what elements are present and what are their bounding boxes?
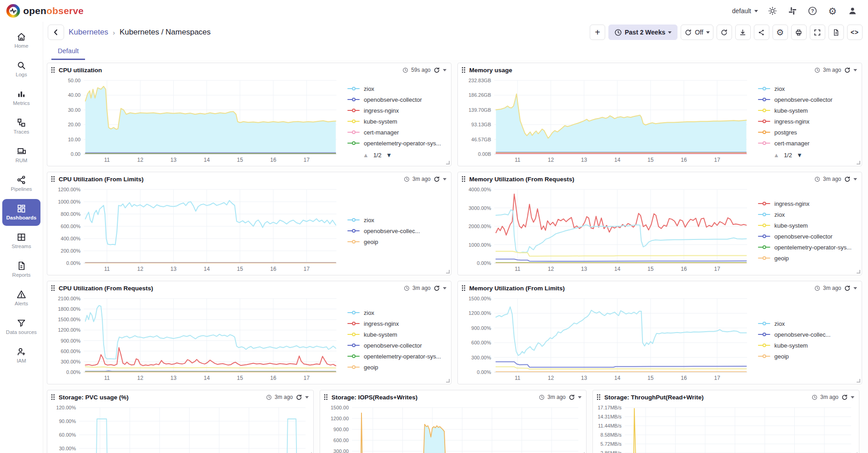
sidebar-item-pipelines[interactable]: Pipelines bbox=[0, 169, 43, 198]
back-button[interactable] bbox=[48, 25, 64, 40]
panel-resize-handle[interactable] bbox=[857, 270, 860, 274]
sidebar-item-metrics[interactable]: Metrics bbox=[0, 84, 43, 112]
org-selector[interactable]: default bbox=[732, 7, 758, 15]
help-icon[interactable]: ? bbox=[807, 5, 818, 16]
drag-handle-icon[interactable] bbox=[51, 176, 55, 182]
legend-item[interactable]: kube-system bbox=[758, 342, 857, 349]
settings-icon[interactable]: ⚙ bbox=[827, 5, 838, 16]
sidebar-item-alerts[interactable]: Alerts bbox=[0, 284, 43, 313]
slack-icon[interactable] bbox=[787, 5, 798, 16]
panel-refresh-icon[interactable] bbox=[433, 67, 440, 74]
print-button[interactable] bbox=[791, 25, 807, 40]
chart-canvas[interactable]: 4000.00%3000.00%2000.00%1000.00%0.00%111… bbox=[460, 186, 751, 273]
legend-item[interactable]: ziox bbox=[758, 211, 857, 218]
legend-item[interactable]: kube-system bbox=[347, 118, 447, 125]
sidebar-item-iam[interactable]: IAM bbox=[0, 341, 43, 370]
drag-handle-icon[interactable] bbox=[324, 394, 328, 400]
panel-resize-handle[interactable] bbox=[857, 161, 860, 164]
json-view-button[interactable] bbox=[828, 25, 844, 40]
panel-menu-caret[interactable] bbox=[853, 69, 857, 71]
panel-refresh-icon[interactable] bbox=[296, 394, 302, 401]
legend-item[interactable]: ziox bbox=[347, 217, 447, 224]
legend-item[interactable]: kube-system bbox=[347, 331, 447, 338]
drag-handle-icon[interactable] bbox=[462, 176, 466, 182]
legend-item[interactable]: openobserve-collector bbox=[758, 233, 857, 240]
legend-item[interactable]: ziox bbox=[347, 309, 447, 316]
panel-refresh-icon[interactable] bbox=[844, 176, 851, 183]
account-icon[interactable] bbox=[847, 5, 858, 16]
chart-canvas[interactable]: 232.83GB186.26GB139.70GB93.13GB46.57GB0.… bbox=[460, 77, 751, 164]
sidebar-item-reports[interactable]: Reports bbox=[0, 255, 43, 284]
chart-canvas[interactable]: 1200.00%1000.00%800.00%600.00%400.00%200… bbox=[49, 186, 340, 273]
legend-item[interactable]: openobserve-collector bbox=[758, 96, 857, 103]
legend-item[interactable]: opentelemetry-operator-sys... bbox=[758, 244, 857, 251]
legend-item[interactable]: openobserve-collec... bbox=[758, 331, 857, 338]
refresh-button[interactable] bbox=[717, 25, 732, 40]
drag-handle-icon[interactable] bbox=[51, 285, 55, 291]
legend-page-up[interactable]: ▲ bbox=[363, 152, 369, 159]
legend-item[interactable]: cert-manager bbox=[347, 129, 447, 136]
legend-item[interactable]: opentelemetry-operator-sys... bbox=[347, 140, 447, 147]
legend-item[interactable]: geoip bbox=[347, 364, 447, 371]
chart-canvas[interactable]: 50.0040.0030.0020.0010.000.0011121314151… bbox=[49, 77, 340, 164]
chart-canvas[interactable]: 1500.001200.00900.00600.00300.000.001112… bbox=[322, 404, 582, 453]
legend-item[interactable]: kube-system bbox=[758, 107, 857, 114]
legend-item[interactable]: ingress-nginx bbox=[758, 118, 857, 125]
legend-item[interactable]: openobserve-collector bbox=[347, 96, 447, 103]
panel-refresh-icon[interactable] bbox=[844, 285, 851, 292]
drag-handle-icon[interactable] bbox=[51, 394, 55, 400]
sidebar-item-home[interactable]: Home bbox=[0, 26, 43, 55]
legend-item[interactable]: geoip bbox=[758, 255, 857, 262]
legend-item[interactable]: ingress-nginx bbox=[347, 107, 447, 114]
legend-item[interactable]: ziox bbox=[758, 320, 857, 327]
drag-handle-icon[interactable] bbox=[51, 67, 55, 73]
panel-refresh-icon[interactable] bbox=[841, 394, 848, 401]
panel-menu-caret[interactable] bbox=[443, 287, 447, 289]
legend-page-down[interactable]: ▼ bbox=[797, 152, 803, 159]
legend-item[interactable]: ziox bbox=[347, 85, 447, 92]
chart-canvas[interactable]: 2100.00%1800.00%1500.00%1200.00%900.00%6… bbox=[49, 295, 340, 382]
breadcrumb-parent-link[interactable]: Kubernetes bbox=[69, 28, 108, 37]
panel-menu-caret[interactable] bbox=[853, 178, 857, 180]
legend-item[interactable]: postgres bbox=[758, 129, 857, 136]
sidebar-item-streams[interactable]: Streams bbox=[0, 227, 43, 255]
auto-refresh-button[interactable]: Off bbox=[681, 25, 713, 40]
panel-menu-caret[interactable] bbox=[578, 396, 582, 398]
legend-item[interactable]: ingress-nginx bbox=[758, 200, 857, 207]
legend-page-down[interactable]: ▼ bbox=[386, 152, 392, 159]
tab-default[interactable]: Default bbox=[51, 47, 85, 60]
legend-item[interactable]: kube-system bbox=[758, 222, 857, 229]
panel-resize-handle[interactable] bbox=[446, 161, 450, 164]
panel-refresh-icon[interactable] bbox=[433, 176, 440, 183]
sidebar-item-data-sources[interactable]: Data sources bbox=[0, 313, 43, 341]
panel-menu-caret[interactable] bbox=[443, 178, 447, 180]
panel-menu-caret[interactable] bbox=[305, 396, 309, 398]
legend-item[interactable]: openobserve-collec... bbox=[347, 228, 447, 234]
panel-refresh-icon[interactable] bbox=[568, 394, 575, 401]
panel-resize-handle[interactable] bbox=[446, 270, 450, 274]
fullscreen-button[interactable] bbox=[810, 25, 825, 40]
export-button[interactable] bbox=[735, 25, 751, 40]
legend-page-up[interactable]: ▲ bbox=[773, 152, 779, 159]
chart-canvas[interactable]: 120.00%90.00%60.00%30.00%0.00%1112131415… bbox=[49, 404, 309, 453]
share-button[interactable] bbox=[754, 25, 769, 40]
sidebar-item-rum[interactable]: RUM bbox=[0, 141, 43, 169]
legend-item[interactable]: opentelemetry-operator-sys... bbox=[347, 353, 447, 360]
panel-refresh-icon[interactable] bbox=[844, 67, 851, 74]
chart-canvas[interactable]: 17.17MB/s14.31MB/s11.44MB/s8.58MB/s5.72M… bbox=[595, 404, 855, 453]
time-range-button[interactable]: Past 2 Weeks bbox=[608, 25, 677, 40]
legend-item[interactable]: ziox bbox=[758, 85, 857, 92]
legend-item[interactable]: ingress-nginx bbox=[347, 320, 447, 327]
panel-resize-handle[interactable] bbox=[857, 379, 860, 383]
dashboard-settings-button[interactable]: ⚙ bbox=[773, 25, 788, 40]
panel-menu-caret[interactable] bbox=[851, 396, 854, 398]
panel-menu-caret[interactable] bbox=[443, 69, 447, 71]
legend-item[interactable]: geoip bbox=[347, 239, 447, 245]
panel-refresh-icon[interactable] bbox=[433, 285, 440, 292]
sidebar-item-logs[interactable]: Logs bbox=[0, 55, 43, 84]
sidebar-item-dashboards[interactable]: Dashboards bbox=[2, 199, 40, 226]
add-panel-button[interactable]: + bbox=[590, 25, 605, 40]
theme-icon[interactable] bbox=[767, 5, 778, 16]
legend-item[interactable]: cert-manager bbox=[758, 140, 857, 147]
drag-handle-icon[interactable] bbox=[462, 67, 466, 73]
